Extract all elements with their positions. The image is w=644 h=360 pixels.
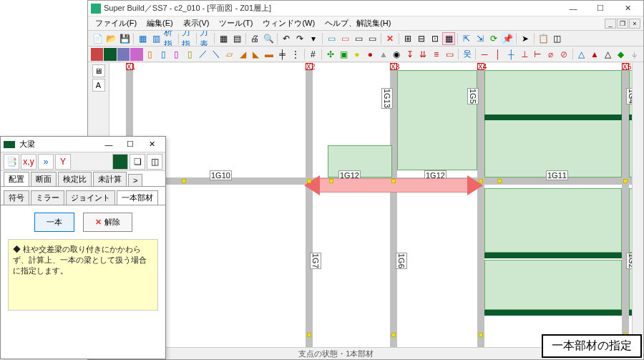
menu-tool[interactable]: ツール(T)	[215, 16, 257, 30]
pal-section-icon[interactable]: x,y	[21, 154, 36, 170]
haunch-icon[interactable]: ▱	[223, 48, 235, 61]
tab-joint[interactable]: ジョイント	[66, 190, 115, 205]
wall-icon[interactable]	[130, 48, 142, 61]
brace-r-icon[interactable]: ＼	[210, 48, 222, 61]
snap-a-icon[interactable]: ⊥	[518, 48, 530, 61]
release-button[interactable]: ✕解除	[83, 213, 132, 232]
mdi-maximize[interactable]: ❐	[617, 19, 628, 29]
panel-icon[interactable]: ▬	[263, 48, 275, 61]
elem-a-icon[interactable]: ▯	[144, 48, 156, 61]
elem-d-icon[interactable]: ▯	[183, 48, 195, 61]
tab-section[interactable]: 断面	[31, 172, 57, 186]
tri3-icon[interactable]: ▲	[588, 48, 600, 61]
pal-y-icon[interactable]: Y	[55, 154, 71, 170]
dot-r-icon[interactable]: ●	[364, 48, 376, 61]
undo-icon[interactable]: ↶	[280, 32, 293, 45]
col-icon[interactable]	[91, 48, 103, 61]
single-button[interactable]: 一本	[34, 213, 74, 232]
mass-icon[interactable]: ◉	[391, 48, 403, 61]
eraser-icon[interactable]: ◫	[550, 32, 563, 45]
grid-d-icon[interactable]: ▦	[442, 32, 455, 45]
win3-icon[interactable]: ▭	[352, 32, 365, 45]
stack-icon[interactable]: ▤	[230, 32, 243, 45]
vb-screen-icon[interactable]: 🖥	[92, 64, 105, 77]
area-icon[interactable]: ▭	[444, 48, 456, 61]
palette-close[interactable]: ✕	[141, 138, 162, 151]
cross-v-icon[interactable]: ┼	[504, 48, 517, 61]
tri-icon[interactable]: ▲	[377, 48, 389, 61]
layers-icon[interactable]: ▦	[136, 32, 149, 45]
menu-edit[interactable]: 編集(E)	[142, 16, 177, 30]
palette-minimize[interactable]: —	[98, 138, 119, 151]
push-icon[interactable]: ⇱	[460, 32, 473, 45]
minimize-button[interactable]: —	[560, 2, 586, 15]
preview-icon[interactable]: 🔍	[262, 32, 275, 45]
grid-b-icon[interactable]: ⊟	[415, 32, 428, 45]
new-icon[interactable]: 📄	[91, 32, 104, 45]
tab-uncalc[interactable]: 未計算	[93, 172, 127, 186]
pal-copy-icon[interactable]: 📑	[4, 154, 19, 170]
print-icon[interactable]: 🖨	[248, 32, 261, 45]
snap-c-icon[interactable]: ⌀	[545, 48, 557, 61]
palette-maximize[interactable]: ☐	[119, 138, 141, 151]
line-v-icon[interactable]: │	[492, 48, 504, 61]
h1-icon[interactable]: ◢	[236, 48, 248, 61]
drawing-canvas[interactable]: X1 X2 X3 X4 X5 Y3 1G10 1G12 1G1	[109, 63, 632, 347]
arrow-down-icon[interactable]: ▾	[307, 32, 320, 45]
node-icon[interactable]: ╪	[276, 48, 288, 61]
brace-l-icon[interactable]: ／	[197, 48, 209, 61]
close-button[interactable]: ✕	[615, 2, 640, 15]
output-set-icon[interactable]: 出力指定	[181, 32, 194, 45]
dist-icon[interactable]: ≡	[430, 48, 442, 61]
pal-chevrons-icon[interactable]: »	[38, 154, 54, 170]
tab-more[interactable]: >	[128, 174, 142, 186]
filter-icon[interactable]: ⏚	[628, 48, 640, 61]
menu-view[interactable]: 表示(V)	[179, 16, 214, 30]
sync-icon[interactable]: ⟳	[487, 32, 500, 45]
win4-icon[interactable]: ▭	[366, 32, 379, 45]
tab-single-member[interactable]: 一本部材	[117, 190, 158, 205]
line-r-icon[interactable]: ─	[478, 48, 490, 61]
elem-c-icon[interactable]: ▯	[170, 48, 182, 61]
mdi-close[interactable]: ×	[629, 19, 640, 29]
menu-help[interactable]: ヘルプ、解説集(H)	[321, 16, 395, 30]
save-icon[interactable]: 💾	[118, 32, 131, 45]
vertical-scrollbar[interactable]	[632, 63, 643, 347]
snap-d-icon[interactable]: ⊘	[557, 48, 570, 61]
arrows4-icon[interactable]: ✣	[324, 48, 336, 61]
tab-symbol[interactable]: 符号	[4, 190, 29, 205]
pal-stack-icon[interactable]: ◫	[147, 154, 162, 170]
menu-file[interactable]: ファイル(F)	[91, 16, 141, 30]
boxed-icon[interactable]: ▣	[338, 48, 350, 61]
load2-icon[interactable]: ⇊	[417, 48, 429, 61]
tab-placement[interactable]: 配置	[4, 172, 29, 186]
open-icon[interactable]: 📂	[104, 32, 117, 45]
triB-icon[interactable]: △	[602, 48, 614, 61]
pin-icon[interactable]: 📌	[501, 32, 514, 45]
slab-icon[interactable]	[117, 48, 130, 61]
person-icon[interactable]: 웃	[461, 48, 473, 61]
pal-overlay-icon[interactable]: ❏	[130, 154, 145, 170]
pull-icon[interactable]: ⇲	[474, 32, 487, 45]
h2-icon[interactable]: ◣	[250, 48, 262, 61]
grid-c-icon[interactable]: ⊡	[429, 32, 441, 45]
menu-window[interactable]: ウィンドウ(W)	[258, 16, 319, 30]
pointer-icon[interactable]: ➤	[519, 32, 532, 45]
redo-icon[interactable]: ↷	[293, 32, 306, 45]
win2-icon[interactable]: ▭	[338, 32, 351, 45]
diamond-icon[interactable]: ◆	[615, 48, 627, 61]
dot-y-icon[interactable]: ●	[351, 48, 363, 61]
analysis-icon[interactable]: 解析指定	[163, 32, 176, 45]
output-view-icon[interactable]: 出力表示	[199, 32, 212, 45]
pal-green-icon[interactable]	[112, 154, 128, 170]
grid-a-icon[interactable]: ⊞	[401, 32, 414, 45]
rebar-icon[interactable]: ⋮	[289, 48, 301, 61]
elem-b-icon[interactable]: ▯	[157, 48, 169, 61]
tab-mirror[interactable]: ミラー	[31, 190, 64, 205]
load1-icon[interactable]: ↧	[404, 48, 416, 61]
grid-icon[interactable]: ▦	[217, 32, 230, 45]
delete-icon[interactable]: ✕	[384, 32, 396, 45]
mdi-minimize[interactable]: _	[605, 19, 616, 29]
paste-icon[interactable]: 📋	[537, 32, 550, 45]
snap-b-icon[interactable]: ⊢	[531, 48, 543, 61]
